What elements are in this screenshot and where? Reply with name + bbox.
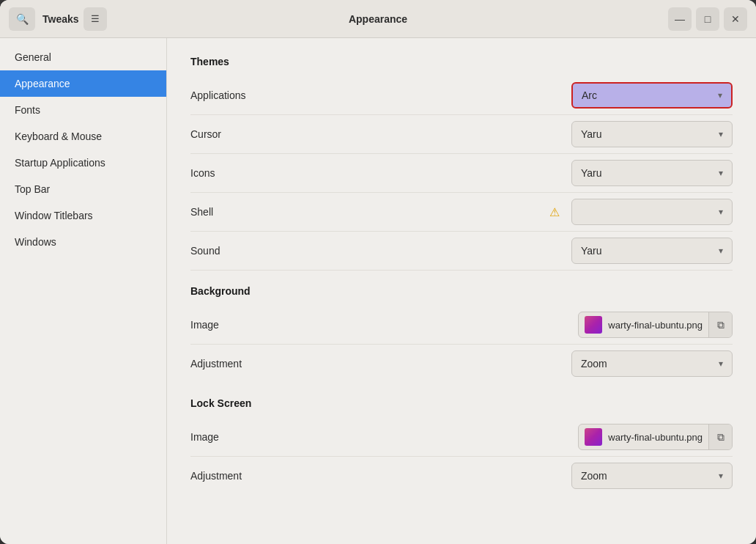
maximize-icon: □: [705, 13, 711, 25]
bg-image-copy-button[interactable]: ⧉: [708, 312, 732, 338]
app-title: Tweaks: [42, 13, 79, 25]
titlebar-left: 🔍 Tweaks ☰: [9, 7, 170, 31]
chevron-down-icon: ▾: [718, 90, 722, 100]
ls-image-row: Image warty-final-ubuntu.png ⧉: [190, 418, 733, 457]
icons-label: Icons: [190, 167, 571, 179]
cursor-dropdown[interactable]: Yaru ▾: [571, 121, 733, 147]
bg-image-preview: [585, 316, 602, 334]
sidebar: General Appearance Fonts Keyboard & Mous…: [0, 38, 167, 544]
sidebar-item-top-bar[interactable]: Top Bar: [0, 176, 166, 202]
background-section-title: Background: [190, 285, 733, 297]
sidebar-item-startup-applications[interactable]: Startup Applications: [0, 150, 166, 176]
chevron-down-icon: ▾: [719, 168, 723, 178]
titlebar: 🔍 Tweaks ☰ Appearance — □ ✕: [0, 0, 756, 38]
sound-dropdown[interactable]: Yaru ▾: [571, 238, 733, 264]
ls-image-control: warty-final-ubuntu.png ⧉: [578, 424, 733, 450]
main-content: General Appearance Fonts Keyboard & Mous…: [0, 38, 756, 544]
ls-adjustment-control: Zoom ▾: [571, 463, 733, 489]
chevron-down-icon: ▾: [719, 129, 723, 139]
icons-dropdown[interactable]: Yaru ▾: [571, 160, 733, 186]
applications-value: Arc: [582, 89, 597, 101]
bg-adjustment-label: Adjustment: [190, 358, 571, 370]
chevron-down-icon: ▾: [719, 207, 723, 217]
applications-control: Arc ▾: [571, 82, 733, 109]
sound-row: Sound Yaru ▾: [190, 232, 733, 271]
themes-section-title: Themes: [190, 56, 733, 67]
icons-value: Yaru: [581, 167, 602, 179]
bg-adjustment-control: Zoom ▾: [571, 350, 733, 377]
bg-adjustment-row: Adjustment Zoom ▾: [190, 345, 733, 383]
bg-image-label: Image: [190, 319, 578, 331]
sidebar-item-appearance[interactable]: Appearance: [0, 70, 166, 97]
icons-row: Icons Yaru ▾: [190, 154, 733, 193]
sidebar-item-windows[interactable]: Windows: [0, 229, 166, 255]
menu-button[interactable]: ☰: [84, 7, 107, 31]
chevron-down-icon: ▾: [719, 359, 723, 369]
background-section: Background Image warty-final-ubuntu.png …: [190, 285, 733, 383]
applications-label: Applications: [190, 89, 571, 101]
applications-row: Applications Arc ▾: [190, 76, 733, 115]
ls-image-copy-button[interactable]: ⧉: [708, 424, 732, 450]
sound-value: Yaru: [581, 245, 602, 257]
ls-image-preview: [585, 428, 602, 446]
shell-label: Shell: [190, 206, 549, 218]
ls-adjustment-label: Adjustment: [190, 470, 571, 482]
app-window: 🔍 Tweaks ☰ Appearance — □ ✕ Gene: [0, 0, 756, 544]
icons-control: Yaru ▾: [571, 160, 733, 186]
bg-image-name: warty-final-ubuntu.png: [608, 320, 708, 331]
lock-screen-section-title: Lock Screen: [190, 397, 733, 409]
close-button[interactable]: ✕: [724, 7, 747, 31]
hamburger-icon: ☰: [91, 13, 100, 24]
minimize-button[interactable]: —: [668, 7, 692, 31]
ls-adjustment-value: Zoom: [581, 470, 607, 482]
ls-adjustment-dropdown[interactable]: Zoom ▾: [571, 463, 733, 489]
content-area: Themes Applications Arc ▾ Cursor Yaru ▾: [167, 38, 756, 544]
bg-image-control: warty-final-ubuntu.png ⧉: [578, 312, 733, 338]
lock-screen-section: Lock Screen Image warty-final-ubuntu.png…: [190, 397, 733, 495]
cursor-label: Cursor: [190, 128, 571, 140]
cursor-control: Yaru ▾: [571, 121, 733, 147]
bg-adjustment-value: Zoom: [581, 358, 607, 370]
cursor-row: Cursor Yaru ▾: [190, 115, 733, 154]
applications-dropdown[interactable]: Arc ▾: [571, 82, 733, 109]
search-button[interactable]: 🔍: [9, 7, 35, 31]
shell-control: ⚠ ▾: [549, 199, 733, 225]
sound-control: Yaru ▾: [571, 238, 733, 264]
close-icon: ✕: [731, 13, 740, 25]
sidebar-item-keyboard-mouse[interactable]: Keyboard & Mouse: [0, 123, 166, 150]
search-icon: 🔍: [16, 13, 29, 25]
ls-image-picker[interactable]: warty-final-ubuntu.png ⧉: [578, 424, 733, 450]
sidebar-item-general[interactable]: General: [0, 44, 166, 70]
maximize-button[interactable]: □: [696, 7, 719, 31]
shell-dropdown[interactable]: ▾: [571, 199, 733, 225]
ls-adjustment-row: Adjustment Zoom ▾: [190, 457, 733, 495]
shell-row: Shell ⚠ ▾: [190, 193, 733, 232]
titlebar-controls: — □ ✕: [586, 7, 747, 31]
chevron-down-icon: ▾: [719, 246, 723, 256]
cursor-value: Yaru: [581, 128, 602, 140]
warning-icon: ⚠: [549, 205, 560, 219]
ls-image-label: Image: [190, 431, 578, 443]
chevron-down-icon: ▾: [719, 471, 723, 481]
bg-image-picker[interactable]: warty-final-ubuntu.png ⧉: [578, 312, 733, 338]
copy-icon: ⧉: [717, 431, 724, 444]
sidebar-item-fonts[interactable]: Fonts: [0, 97, 166, 123]
window-title: Appearance: [170, 13, 586, 25]
sidebar-item-window-titlebars[interactable]: Window Titlebars: [0, 202, 166, 229]
bg-adjustment-dropdown[interactable]: Zoom ▾: [571, 350, 733, 377]
bg-image-row: Image warty-final-ubuntu.png ⧉: [190, 306, 733, 345]
ls-image-name: warty-final-ubuntu.png: [608, 432, 708, 443]
sound-label: Sound: [190, 245, 571, 257]
minimize-icon: —: [675, 13, 685, 25]
copy-icon: ⧉: [717, 319, 724, 331]
